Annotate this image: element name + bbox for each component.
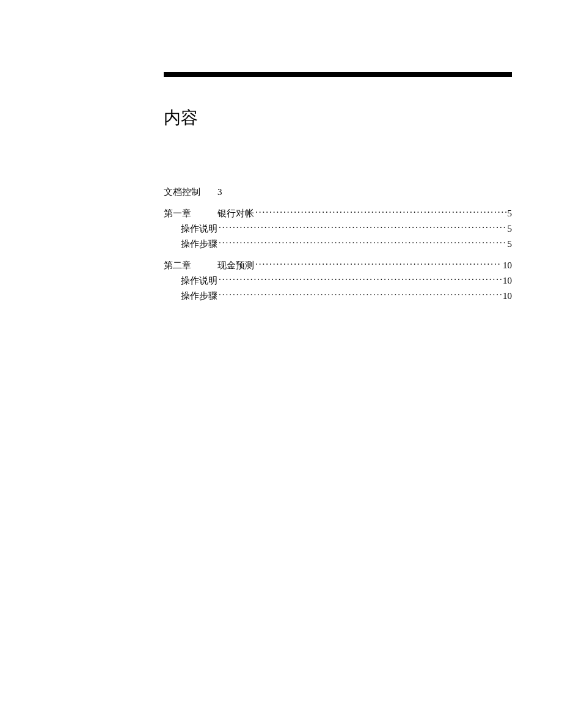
toc-sub-row: 操作步骤 5 — [164, 238, 512, 251]
toc-chapter-label: 第一章 — [164, 207, 217, 220]
toc-sub-title: 操作步骤 — [181, 290, 217, 303]
toc-chapter-title: 银行对帐 — [217, 207, 254, 220]
toc-doc-control-label: 文档控制 — [164, 186, 217, 199]
toc-page-number: 10 — [502, 259, 512, 272]
toc-sub-row: 操作步骤 10 — [164, 290, 512, 303]
toc-chapter-row: 第一章 银行对帐 5 — [164, 207, 512, 220]
toc-page-number: 10 — [502, 274, 512, 287]
toc-sub-row: 操作说明 10 — [164, 274, 512, 287]
toc-sub-title: 操作说明 — [181, 222, 217, 235]
horizontal-rule — [164, 72, 512, 77]
page-title: 内容 — [164, 106, 512, 130]
toc-page-number: 5 — [506, 207, 513, 220]
table-of-contents: 文档控制 3 第一章 银行对帐 5 操作说明 5 操作步骤 5 第二章 现金预测… — [164, 186, 512, 303]
toc-chapter-label: 第二章 — [164, 259, 217, 272]
toc-sub-title: 操作步骤 — [181, 238, 217, 251]
toc-doc-control-page: 3 — [217, 186, 222, 199]
toc-page-number: 5 — [506, 222, 513, 235]
toc-chapter-title: 现金预测 — [217, 259, 254, 272]
toc-leader — [217, 222, 506, 232]
toc-doc-control-row: 文档控制 3 — [164, 186, 512, 199]
toc-leader — [217, 274, 502, 284]
toc-leader — [217, 238, 506, 247]
toc-leader — [217, 290, 502, 299]
document-page: 内容 文档控制 3 第一章 银行对帐 5 操作说明 5 操作步骤 5 第二章 现… — [0, 0, 562, 303]
toc-page-number: 5 — [506, 238, 513, 251]
toc-sub-row: 操作说明 5 — [164, 222, 512, 235]
toc-chapter-row: 第二章 现金预测 10 — [164, 259, 512, 272]
toc-page-number: 10 — [502, 290, 512, 303]
toc-leader — [254, 259, 502, 268]
toc-sub-title: 操作说明 — [181, 274, 217, 287]
toc-leader — [254, 207, 506, 216]
